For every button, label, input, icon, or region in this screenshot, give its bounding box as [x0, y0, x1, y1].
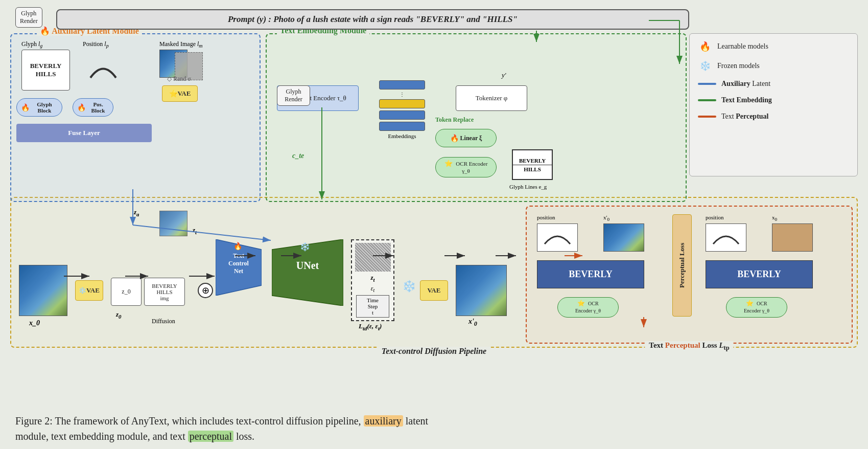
- caption-area: Figure 2: The framework of AnyText, whic…: [0, 406, 868, 449]
- vae-left: ❄️ VAE: [75, 280, 103, 301]
- beverly-hills-rendered-left: BEVERLY: [537, 260, 644, 288]
- x0-label: x_0: [29, 319, 40, 327]
- position-lp-label: Position lp: [83, 40, 109, 49]
- zt-input-box: BEVERLYHILLSimg: [144, 278, 185, 306]
- perceptual-loss-vert: Perceptual Loss: [672, 214, 692, 317]
- glyph-lg-label: Glyph lg: [21, 40, 42, 49]
- beverly-hills-glyph-box: BEVERLY HILLS: [21, 50, 70, 91]
- glyph-render-top-label: Glyph Render: [20, 10, 38, 25]
- main-container: Glyph Render Prompt (y) : Photo of a lus…: [0, 0, 868, 449]
- za-thumbnail: [159, 211, 187, 236]
- text-control-net: TextControlNet 🔥: [216, 239, 262, 296]
- ocr-encoder: ⭐ OCR Encoder γ_θ: [435, 157, 497, 177]
- za-label: za: [134, 208, 139, 217]
- perceptual-loss-title: Text Perceptual Loss Ltp: [645, 341, 733, 352]
- loss-label: Ltd(ε, εt): [359, 322, 382, 331]
- masked-image-box: [159, 50, 205, 91]
- position-label-right: position: [706, 214, 723, 220]
- x0prime-small-img: [603, 223, 644, 252]
- legend-text-embedding-line: Text Embedding: [698, 96, 849, 104]
- legend-box: 🔥 Learnable models ❄️ Frozen models Auxi…: [689, 33, 858, 176]
- snowflake-icon-legend: ❄️: [698, 60, 712, 72]
- aux-latent-module: 🔥 Auxiliary Latent Module Glyph lg Posit…: [10, 33, 261, 202]
- prompt-text: Prompt (y) : Photo of a lush estate with…: [228, 14, 518, 24]
- pos-block: 🔥 Pos. Block: [73, 98, 113, 117]
- z0-box: z_0: [111, 278, 142, 306]
- text-embedding-module: Text Embedding Module ⭐ Text Encoder τ_θ…: [266, 33, 687, 202]
- diagram-area: Glyph Render Prompt (y) : Photo of a lus…: [5, 5, 863, 353]
- vae-aux: ⭐ VAE: [162, 85, 198, 102]
- unet-shape: UNet ❄️: [272, 239, 343, 306]
- c-te-label: c_te: [292, 152, 304, 160]
- beverly-hills-rendered-right: BEVERLY: [706, 260, 813, 288]
- fire-icon-legend: 🔥: [698, 41, 712, 52]
- glyph-render-right: Glyph Render: [277, 85, 310, 106]
- caption-line1: Figure 2: The framework of AnyText, whic…: [15, 415, 361, 426]
- position-curve-right: [706, 223, 746, 252]
- glyph-render-box-top: Glyph Render: [15, 7, 42, 28]
- legend-text-perceptual-line: Text Perceptual: [698, 113, 849, 121]
- diffusion-pipeline-title: Text-control Diffusion Pipeline: [378, 347, 490, 356]
- linear-xi: 🔥 Linear ξ: [435, 129, 497, 147]
- legend-learnable: 🔥 Learnable models: [698, 41, 849, 52]
- fuse-layer: Fuse Layer: [16, 124, 152, 142]
- perceptual-loss-box: Text Perceptual Loss Ltp Perceptual Loss…: [526, 206, 853, 344]
- plus-circle: ⊕: [198, 283, 213, 298]
- vae-right: VAE: [420, 280, 448, 301]
- glyph-lines-box: BEVERLY HILLS: [512, 149, 553, 180]
- x0-image: [19, 265, 67, 316]
- position-curve-left: [537, 223, 578, 252]
- ocr-encoder-right: ⭐ OCREncoder γ_θ: [726, 297, 787, 318]
- token-replace-label: Token Replace: [435, 116, 474, 124]
- glyph-block: 🔥 Glyph Block: [16, 98, 62, 117]
- masked-image-label: Masked Image lm: [159, 40, 203, 49]
- position-shape-box: [83, 55, 124, 85]
- x0prime-small-label: x'0: [603, 214, 609, 222]
- x0prime-image: [456, 265, 507, 316]
- rand-sigma: ◇ Rand σ: [167, 75, 191, 83]
- embeddings-stack: ⋮ Embeddings: [379, 80, 425, 139]
- zt-output-dashed-box: zt εt TimeStept: [351, 239, 394, 321]
- x0prime-label: x'0: [468, 318, 477, 327]
- glyph-lines-label: Glyph Lines e_g: [509, 184, 547, 190]
- caption-auxiliary: auxiliary: [364, 415, 403, 426]
- snowflake-vae: ❄️: [402, 280, 416, 293]
- diffusion-label: Diffusion: [152, 318, 175, 325]
- prompt-bar: Prompt (y) : Photo of a lush estate with…: [56, 9, 689, 30]
- z0-label: z0: [116, 310, 121, 320]
- x0-small-label: x0: [772, 214, 777, 222]
- ocr-encoder-left: ⭐ OCREncoder γ_θ: [557, 297, 619, 318]
- x0-small-img: [772, 223, 813, 252]
- zt-label: zt: [193, 226, 197, 235]
- tokenizer-box: Tokenizer φ: [456, 85, 527, 111]
- caption-latent: latent: [406, 415, 428, 426]
- legend-frozen: ❄️ Frozen models: [698, 60, 849, 72]
- caption-line3: module, text embedding module, and text: [15, 431, 185, 442]
- legend-aux-latent-line: Auxiliary Latent: [698, 80, 849, 88]
- caption-perceptual: perceptual: [188, 431, 233, 442]
- caption-line4: loss.: [236, 431, 254, 442]
- position-label-left: position: [537, 214, 555, 220]
- y-prime-label: y': [502, 71, 506, 79]
